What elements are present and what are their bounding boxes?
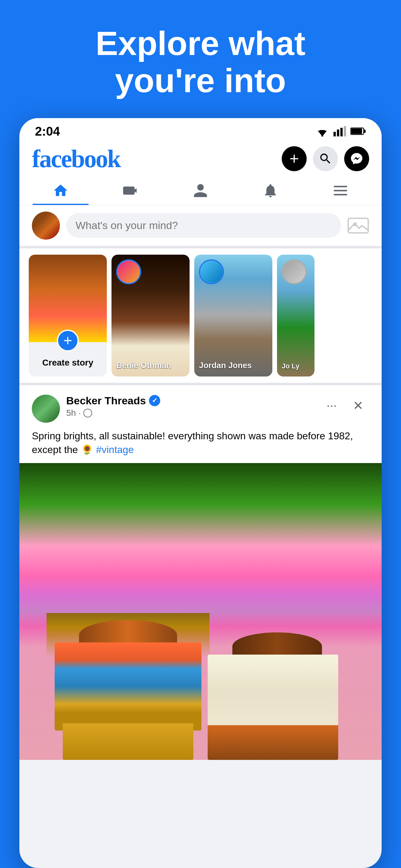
home-icon xyxy=(53,183,69,199)
tab-friends[interactable] xyxy=(166,176,235,205)
messenger-button[interactable] xyxy=(344,146,369,171)
post-text: Spring brights, all sustainable! everyth… xyxy=(20,426,381,463)
post-composer xyxy=(20,205,381,248)
plus-circle-icon xyxy=(62,334,74,347)
post-section: Becker Threads ✓ 5h · ··· ✕ Spring brigh… xyxy=(20,385,381,760)
photo-icon xyxy=(347,215,369,237)
svg-rect-3 xyxy=(334,132,336,136)
nav-tabs xyxy=(20,176,381,205)
video-icon xyxy=(123,183,139,199)
header-action-icons xyxy=(282,146,369,171)
story-card-benie[interactable]: Benie Othman xyxy=(111,255,190,376)
post-text-hashtag[interactable]: #vintage xyxy=(96,444,134,455)
create-story-label: Create story xyxy=(37,358,98,368)
status-time: 2:04 xyxy=(35,124,60,138)
tab-video[interactable] xyxy=(96,176,166,205)
tab-notifications[interactable] xyxy=(235,176,305,205)
search-icon xyxy=(319,152,332,165)
dot-separator: · xyxy=(78,408,81,418)
fb-header: facebook xyxy=(20,142,381,176)
story-name-jordan: Jordan Jones xyxy=(199,361,252,370)
composer-avatar xyxy=(32,212,60,240)
create-story-card[interactable]: Create story xyxy=(29,255,107,376)
status-bar: 2:04 xyxy=(20,118,381,142)
more-options-button[interactable]: ··· xyxy=(321,395,343,416)
svg-rect-6 xyxy=(344,126,346,136)
people-icon xyxy=(192,183,209,199)
svg-rect-12 xyxy=(334,194,347,195)
story-card-jordan[interactable]: Jordan Jones xyxy=(194,255,272,376)
post-action-buttons: ··· ✕ xyxy=(321,395,369,416)
post-username-text: Becker Threads xyxy=(66,395,146,407)
plus-icon xyxy=(287,152,301,165)
verified-badge: ✓ xyxy=(149,395,160,406)
post-meta: 5h · xyxy=(66,408,321,418)
svg-rect-13 xyxy=(348,218,368,233)
photo-upload-button[interactable] xyxy=(347,215,369,237)
messenger-icon xyxy=(350,152,364,165)
menu-icon xyxy=(332,183,348,199)
story-avatar-jordan xyxy=(199,259,224,284)
post-text-content: Spring brights, all sustainable! everyth… xyxy=(32,430,353,456)
stories-section: Create story Benie Othman Jordan Jones J… xyxy=(20,248,381,385)
post-username-row: Becker Threads ✓ xyxy=(66,395,321,407)
svg-rect-9 xyxy=(351,128,362,134)
post-avatar xyxy=(32,395,60,423)
create-story-plus-btn xyxy=(57,330,79,351)
close-post-button[interactable]: ✕ xyxy=(347,395,369,416)
status-icons xyxy=(315,126,366,136)
search-button[interactable] xyxy=(313,146,338,171)
signal-icon xyxy=(333,126,347,136)
post-user-info: Becker Threads ✓ 5h · xyxy=(66,395,321,418)
composer-input[interactable] xyxy=(66,213,341,238)
story-avatar-benie xyxy=(116,259,141,284)
tab-menu[interactable] xyxy=(305,176,375,205)
battery-icon xyxy=(350,127,366,135)
svg-rect-4 xyxy=(337,130,339,136)
story-name-benie: Benie Othman xyxy=(116,361,171,370)
svg-rect-5 xyxy=(340,128,343,136)
hero-title: Explore what you're into xyxy=(77,0,324,118)
tab-home[interactable] xyxy=(26,176,96,205)
story-card-joly[interactable]: Jo Ly xyxy=(277,255,314,376)
add-button[interactable] xyxy=(282,146,307,171)
post-time: 5h xyxy=(66,408,76,418)
svg-rect-11 xyxy=(334,190,347,191)
globe-icon xyxy=(83,409,92,417)
svg-rect-10 xyxy=(334,186,347,187)
svg-rect-8 xyxy=(364,130,365,133)
bell-icon xyxy=(262,183,278,199)
fb-logo: facebook xyxy=(32,145,120,173)
story-name-joly: Jo Ly xyxy=(282,362,300,370)
post-header: Becker Threads ✓ 5h · ··· ✕ xyxy=(20,385,381,426)
phone-mockup: 2:04 facebook xyxy=(20,118,381,868)
wifi-icon xyxy=(315,126,329,136)
story-avatar-joly xyxy=(282,259,307,284)
post-image xyxy=(20,463,381,760)
